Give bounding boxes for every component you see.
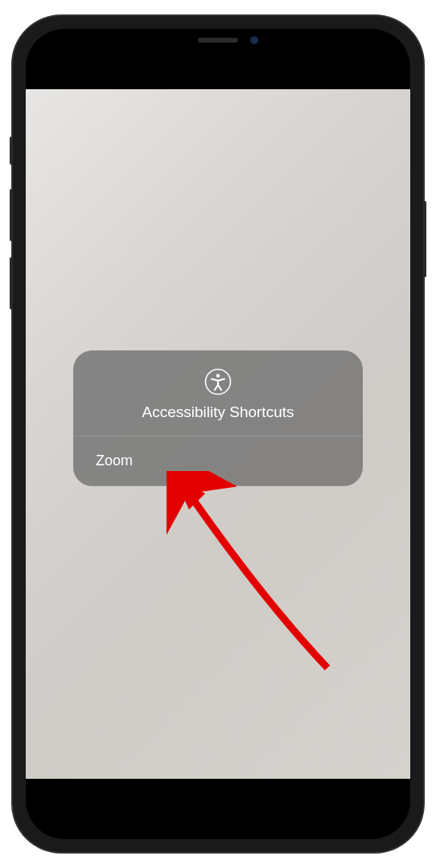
volume-up-button xyxy=(10,189,13,241)
power-button xyxy=(423,201,426,277)
annotation-arrow xyxy=(167,471,343,680)
phone-bezel: Accessibility Shortcuts Zoom xyxy=(26,29,410,839)
phone-frame: Accessibility Shortcuts Zoom xyxy=(13,16,423,852)
front-camera xyxy=(250,36,258,44)
speaker xyxy=(198,38,238,43)
accessibility-shortcuts-popup: Accessibility Shortcuts Zoom xyxy=(73,350,363,486)
shortcut-item-zoom[interactable]: Zoom xyxy=(73,436,363,486)
popup-title: Accessibility Shortcuts xyxy=(89,403,347,421)
popup-header: Accessibility Shortcuts xyxy=(73,350,363,436)
shortcut-item-label: Zoom xyxy=(96,452,133,469)
screen: Accessibility Shortcuts Zoom xyxy=(26,89,410,779)
accessibility-icon xyxy=(204,368,232,395)
svg-point-1 xyxy=(216,374,220,378)
volume-down-button xyxy=(10,257,13,309)
notch xyxy=(138,29,298,51)
mute-switch xyxy=(10,137,13,165)
